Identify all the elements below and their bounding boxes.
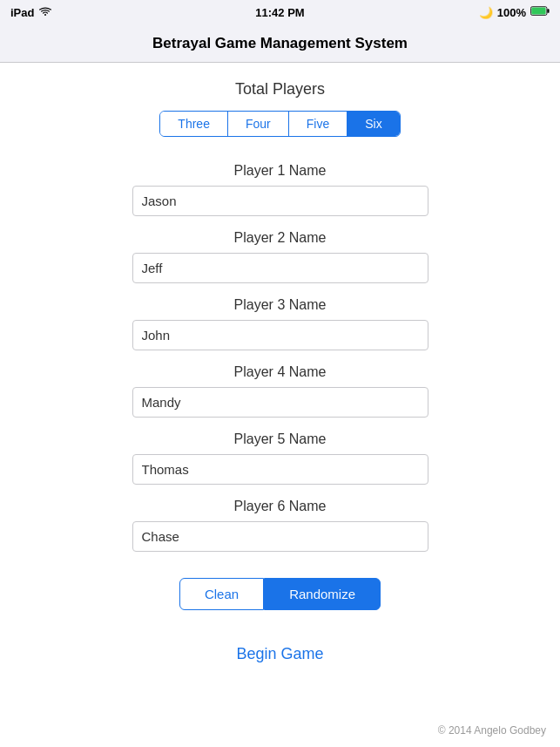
player-3-label: Player 3 Name — [132, 297, 428, 313]
status-left: iPad — [10, 6, 52, 19]
battery-icon — [530, 6, 550, 19]
footer-copyright: © 2014 Angelo Godbey — [438, 724, 546, 737]
player-2-input[interactable] — [132, 253, 428, 283]
status-time: 11:42 PM — [255, 6, 304, 19]
seg-five[interactable]: Five — [289, 112, 347, 136]
action-buttons: Clean Randomize — [179, 578, 381, 610]
wifi-icon — [38, 6, 52, 19]
svg-rect-1 — [547, 9, 549, 12]
status-right: 🌙 100% — [479, 6, 550, 19]
player-5-input[interactable] — [132, 454, 428, 485]
player-4-section: Player 4 Name — [132, 364, 428, 423]
player-6-input[interactable] — [132, 521, 428, 552]
seg-three[interactable]: Three — [160, 112, 228, 136]
player-5-section: Player 5 Name — [132, 431, 428, 490]
player-3-section: Player 3 Name — [132, 297, 428, 356]
player-1-section: Player 1 Name — [132, 163, 428, 221]
player-1-input[interactable] — [132, 186, 428, 216]
player-5-label: Player 5 Name — [132, 431, 428, 447]
battery-percent: 100% — [497, 6, 526, 19]
nav-title: Betrayal Game Management System — [152, 35, 408, 52]
player-4-label: Player 4 Name — [132, 364, 428, 380]
total-players-label: Total Players — [235, 80, 325, 98]
svg-rect-2 — [531, 7, 545, 14]
player-1-label: Player 1 Name — [132, 163, 428, 179]
player-4-input[interactable] — [132, 387, 428, 418]
main-content: Total Players Three Four Five Six Player… — [0, 63, 560, 747]
clean-button[interactable]: Clean — [179, 578, 264, 610]
begin-game-button[interactable]: Begin Game — [219, 636, 341, 672]
player-6-label: Player 6 Name — [132, 499, 428, 514]
moon-icon: 🌙 — [479, 6, 493, 19]
seg-four[interactable]: Four — [228, 112, 289, 136]
status-bar: iPad 11:42 PM 🌙 100% — [0, 0, 560, 24]
randomize-button[interactable]: Randomize — [264, 578, 381, 610]
nav-bar: Betrayal Game Management System — [0, 24, 560, 63]
player-3-input[interactable] — [132, 320, 428, 350]
seg-six[interactable]: Six — [347, 112, 399, 136]
player-2-label: Player 2 Name — [132, 230, 428, 246]
carrier-label: iPad — [10, 6, 34, 19]
player-6-section: Player 6 Name — [132, 499, 428, 557]
player-count-segmented-control[interactable]: Three Four Five Six — [159, 111, 400, 137]
player-2-section: Player 2 Name — [132, 230, 428, 289]
